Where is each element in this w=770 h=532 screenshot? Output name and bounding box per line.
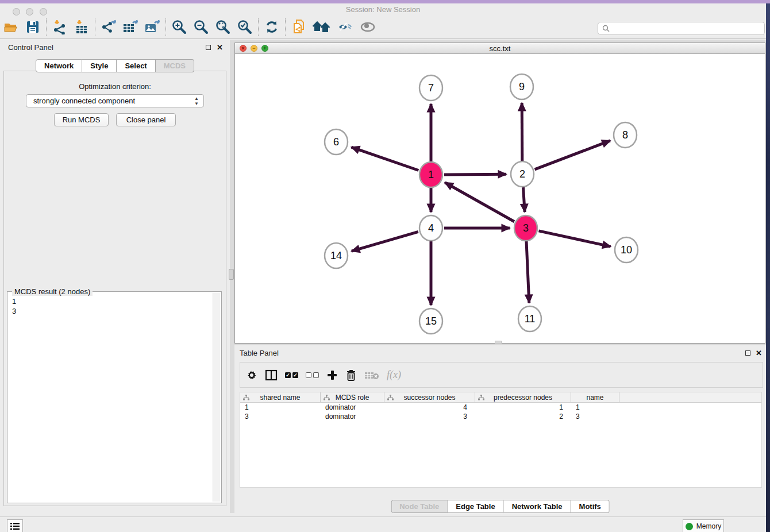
open-session-button[interactable] — [0, 17, 22, 37]
eye-slash-icon — [338, 21, 354, 33]
node-8[interactable]: 8 — [614, 122, 637, 148]
edge-1-2[interactable] — [444, 174, 506, 175]
node-11[interactable]: 11 — [518, 306, 541, 331]
table-row[interactable]: 1dominator411 — [240, 403, 761, 412]
edge-2-9[interactable] — [522, 103, 522, 161]
cell-successor-nodes[interactable]: 4 — [384, 403, 475, 412]
export-image-icon — [144, 20, 160, 34]
select-all-button[interactable]: ✓✓ — [285, 372, 298, 378]
export-network-icon — [101, 20, 117, 34]
table-settings-button[interactable] — [246, 369, 257, 381]
edge-3-1[interactable] — [445, 183, 514, 222]
checked-box-icon: ✓ — [292, 372, 298, 378]
cell-shared-name[interactable]: 3 — [240, 412, 321, 421]
cell-predecessor-nodes[interactable]: 1 — [475, 403, 571, 412]
node-2[interactable]: 2 — [511, 161, 534, 187]
tab-mcds[interactable]: MCDS — [156, 59, 194, 72]
tab-style[interactable]: Style — [82, 59, 117, 72]
cell-predecessor-nodes[interactable]: 2 — [475, 412, 571, 421]
refresh-button[interactable] — [261, 17, 283, 37]
table-row[interactable]: 3dominator323 — [240, 412, 761, 421]
edge-4-14[interactable] — [352, 232, 418, 251]
node-label: 6 — [333, 136, 339, 148]
float-panel-icon[interactable] — [206, 45, 211, 50]
search-box[interactable] — [598, 22, 765, 35]
node-14[interactable]: 14 — [325, 243, 348, 268]
node-label: 1 — [428, 169, 434, 180]
zoom-window-icon[interactable] — [40, 8, 47, 16]
tab-edge-table[interactable]: Edge Table — [448, 500, 503, 513]
node-7[interactable]: 7 — [419, 75, 442, 101]
export-table-button[interactable] — [120, 17, 141, 37]
splitter-handle[interactable] — [229, 269, 234, 280]
network-resize-grip[interactable] — [495, 341, 502, 344]
cell-name[interactable]: 1 — [571, 403, 619, 412]
toolbar-separator — [46, 18, 47, 36]
delete-column-button[interactable] — [345, 369, 357, 381]
minimize-window-icon[interactable] — [26, 8, 33, 16]
column-header-successor-nodes[interactable]: successor nodes — [384, 392, 475, 402]
close-panel-button[interactable]: Close panel — [116, 113, 176, 126]
mcds-result-group: MCDS result (2 nodes) 1 3 — [7, 291, 222, 503]
node-4[interactable]: 4 — [419, 215, 442, 241]
node-10[interactable]: 10 — [615, 237, 638, 263]
cell-name[interactable]: 3 — [571, 412, 619, 421]
tab-network-table[interactable]: Network Table — [504, 500, 571, 513]
import-table-button[interactable] — [71, 17, 93, 37]
close-panel-icon[interactable]: ✕ — [217, 44, 223, 51]
search-input[interactable] — [613, 24, 764, 33]
edge-2-8[interactable] — [535, 141, 610, 169]
clone-network-button[interactable] — [288, 17, 310, 37]
wallpaper-right-strip — [766, 3, 770, 532]
tab-select[interactable]: Select — [117, 59, 155, 72]
node-3[interactable]: 3 — [514, 215, 537, 241]
main-window: Session: New Session — [0, 3, 766, 532]
result-scrollbar[interactable] — [213, 293, 220, 502]
export-image-button[interactable] — [141, 17, 163, 37]
add-column-button[interactable] — [326, 369, 338, 381]
node-6[interactable]: 6 — [325, 129, 348, 155]
node-15[interactable]: 15 — [419, 309, 442, 334]
tab-network[interactable]: Network — [36, 59, 82, 72]
edge-1-6[interactable] — [352, 147, 419, 170]
export-network-button[interactable] — [98, 17, 120, 37]
criterion-select[interactable]: strongly connected component ▲▼ — [26, 94, 204, 107]
unchecked-box-icon — [306, 372, 311, 378]
network-canvas-svg[interactable]: 7968124314101511 — [235, 54, 765, 343]
close-window-icon[interactable] — [13, 8, 20, 16]
deselect-all-button[interactable] — [306, 372, 319, 378]
edge-2-3[interactable] — [523, 187, 525, 212]
show-all-button[interactable] — [357, 17, 379, 37]
column-header-shared-name[interactable]: shared name — [240, 392, 321, 402]
hide-selected-button[interactable] — [335, 17, 357, 37]
node-9[interactable]: 9 — [510, 74, 533, 99]
import-network-button[interactable] — [49, 17, 71, 37]
node-1[interactable]: 1 — [419, 162, 442, 187]
zoom-in-button[interactable] — [168, 17, 190, 37]
run-mcds-button[interactable]: Run MCDS — [54, 113, 109, 126]
function-builder-button[interactable]: f(x) — [387, 369, 401, 381]
table-float-panel-icon[interactable] — [745, 350, 750, 356]
table-close-panel-icon[interactable]: ✕ — [756, 349, 762, 357]
tab-node-table[interactable]: Node Table — [391, 500, 448, 513]
task-history-button[interactable] — [7, 519, 23, 532]
save-session-button[interactable] — [22, 17, 44, 37]
cell-shared-name[interactable]: 1 — [240, 403, 321, 412]
zoom-selected-button[interactable] — [234, 17, 256, 37]
column-header-name[interactable]: name — [571, 392, 619, 402]
edge-3-10[interactable] — [539, 231, 611, 246]
column-header-MCDS-role[interactable]: MCDS role — [321, 392, 384, 402]
home-layout-button[interactable] — [310, 17, 335, 37]
cell-successor-nodes[interactable]: 3 — [384, 412, 475, 421]
zoom-out-button[interactable] — [190, 17, 212, 37]
tab-motifs[interactable]: Motifs — [571, 500, 610, 513]
column-view-button[interactable] — [265, 369, 278, 381]
table-panel-title: Table Panel — [240, 349, 279, 357]
column-header-predecessor-nodes[interactable]: predecessor nodes — [475, 392, 571, 402]
edge-3-11[interactable] — [526, 241, 529, 303]
memory-button[interactable]: Memory — [683, 519, 724, 532]
cell-MCDS-role[interactable]: dominator — [321, 403, 384, 412]
zoom-fit-button[interactable] — [212, 17, 234, 37]
cell-MCDS-role[interactable]: dominator — [321, 412, 384, 421]
delete-table-button[interactable] — [364, 370, 379, 380]
